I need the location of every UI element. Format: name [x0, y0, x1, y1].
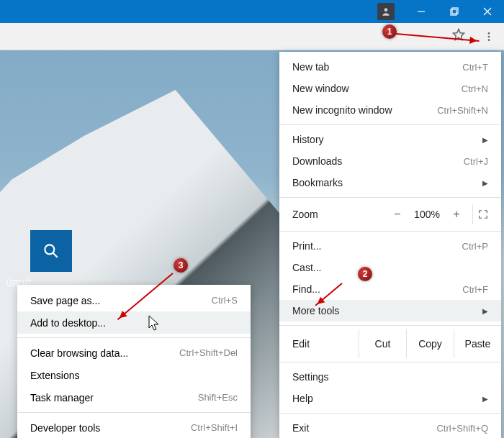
- zoom-out-button[interactable]: −: [386, 208, 409, 221]
- submenu-item-task-manager[interactable]: Task managerShift+Esc: [17, 386, 251, 409]
- annotation-3: 3: [174, 258, 188, 273]
- menu-item-find[interactable]: Find...Ctrl+F: [279, 278, 501, 300]
- menu-shortcut: Ctrl+F: [462, 284, 488, 295]
- menu-label: History: [292, 134, 324, 145]
- menu-label: Print...: [292, 240, 321, 252]
- fullscreen-button[interactable]: [472, 204, 492, 224]
- menu-item-help[interactable]: Help▶: [279, 388, 501, 409]
- menu-separator: [279, 197, 501, 198]
- menu-item-print[interactable]: Print...Ctrl+P: [279, 235, 501, 257]
- profile-button[interactable]: [377, 3, 395, 20]
- submenu-label: Extensions: [30, 370, 79, 381]
- svg-rect-4: [451, 9, 456, 15]
- menu-shortcut: Ctrl+Shift+N: [437, 105, 488, 116]
- zoom-label: Zoom: [292, 209, 386, 220]
- menu-label: Find...: [292, 283, 320, 295]
- submenu-shortcut: Shift+Esc: [198, 392, 238, 403]
- menu-item-cast[interactable]: Cast...: [279, 257, 501, 278]
- cut-button[interactable]: Cut: [359, 329, 406, 358]
- svg-point-0: [45, 245, 54, 254]
- submenu-item-clear-data[interactable]: Clear browsing data...Ctrl+Shift+Del: [17, 342, 251, 364]
- menu-separator: [279, 325, 501, 326]
- menu-label: Exit: [292, 422, 309, 434]
- menu-separator: [279, 413, 501, 414]
- submenu-label: Add to desktop...: [30, 317, 106, 329]
- maximize-icon: [450, 7, 459, 16]
- chevron-right-icon: ▶: [482, 395, 488, 403]
- submenu-label: Task manager: [30, 392, 94, 403]
- submenu-label: Developer tools: [30, 422, 100, 434]
- menu-label: New window: [292, 83, 349, 94]
- menu-item-settings[interactable]: Settings: [279, 366, 501, 388]
- minimize-icon: [417, 7, 426, 16]
- edit-label: Edit: [279, 338, 359, 350]
- menu-label: Help: [292, 393, 313, 404]
- submenu-label: Save page as...: [30, 295, 100, 306]
- menu-separator: [279, 124, 501, 125]
- submenu-item-add-desktop[interactable]: Add to desktop...: [17, 311, 251, 334]
- zoom-value: 100%: [409, 209, 445, 220]
- search-icon: [42, 242, 60, 260]
- more-vertical-icon: [483, 31, 495, 42]
- svg-point-10: [488, 35, 490, 37]
- zoom-in-button[interactable]: +: [445, 208, 468, 221]
- menu-item-bookmarks[interactable]: Bookmarks▶: [279, 172, 501, 193]
- copy-button[interactable]: Copy: [406, 329, 454, 358]
- menu-label: Cast...: [292, 262, 321, 273]
- paste-button[interactable]: Paste: [454, 329, 501, 358]
- menu-label: Downloads: [292, 155, 342, 167]
- menu-item-edit: Edit Cut Copy Paste: [279, 329, 501, 358]
- close-button[interactable]: [471, 0, 504, 23]
- menu-shortcut: Ctrl+Shift+Q: [436, 423, 488, 434]
- menu-item-new-incognito[interactable]: New incognito windowCtrl+Shift+N: [279, 99, 501, 121]
- menu-shortcut: Ctrl+N: [462, 83, 488, 94]
- menu-separator: [17, 412, 251, 413]
- menu-shortcut: Ctrl+J: [464, 156, 488, 167]
- chevron-right-icon: ▶: [482, 307, 488, 315]
- svg-point-9: [488, 32, 490, 35]
- submenu-item-dev-tools[interactable]: Developer toolsCtrl+Shift+I: [17, 416, 251, 438]
- bookmark-star-button[interactable]: [452, 28, 465, 45]
- annotation-1: 1: [382, 24, 397, 39]
- menu-item-zoom: Zoom − 100% +: [279, 201, 501, 227]
- chevron-right-icon: ▶: [482, 136, 488, 144]
- menu-shortcut: Ctrl+T: [462, 62, 488, 73]
- menu-item-history[interactable]: History▶: [279, 129, 501, 150]
- close-icon: [483, 7, 492, 16]
- svg-point-2: [384, 8, 388, 12]
- submenu-shortcut: Ctrl+Shift+I: [191, 422, 238, 433]
- cursor-icon: [148, 315, 163, 332]
- menu-label: New incognito window: [292, 104, 392, 116]
- menu-item-new-tab[interactable]: New tabCtrl+T: [279, 56, 501, 78]
- submenu-label: Clear browsing data...: [30, 347, 128, 359]
- menu-separator: [279, 362, 501, 362]
- submenu-shortcut: Ctrl+S: [212, 295, 238, 306]
- fullscreen-icon: [478, 209, 488, 219]
- submenu-item-extensions[interactable]: Extensions: [17, 364, 251, 386]
- search-button[interactable]: [30, 230, 72, 272]
- maximize-button[interactable]: [438, 0, 471, 23]
- menu-separator: [279, 231, 501, 232]
- menu-label: Settings: [292, 371, 329, 383]
- menu-item-exit[interactable]: ExitCtrl+Shift+Q: [279, 417, 501, 438]
- chevron-right-icon: ▶: [482, 179, 488, 187]
- main-menu: New tabCtrl+T New windowCtrl+N New incog…: [279, 52, 501, 438]
- menu-separator: [17, 337, 251, 338]
- menu-button[interactable]: [477, 24, 501, 49]
- submenu-shortcut: Ctrl+Shift+Del: [179, 347, 238, 358]
- menu-item-downloads[interactable]: DownloadsCtrl+J: [279, 150, 501, 172]
- menu-label: New tab: [292, 61, 329, 73]
- minimize-button[interactable]: [405, 0, 438, 23]
- menu-label: Bookmarks: [292, 177, 343, 188]
- svg-point-11: [488, 39, 490, 41]
- svg-rect-5: [452, 8, 458, 14]
- menu-item-new-window[interactable]: New windowCtrl+N: [279, 78, 501, 99]
- person-icon: [381, 6, 391, 17]
- submenu-item-save-page[interactable]: Save page as...Ctrl+S: [17, 289, 251, 311]
- svg-line-1: [53, 253, 58, 257]
- window-titlebar: [0, 0, 504, 23]
- more-tools-submenu: Save page as...Ctrl+S Add to desktop... …: [17, 285, 251, 438]
- menu-shortcut: Ctrl+P: [462, 241, 488, 252]
- annotation-2: 2: [358, 267, 372, 281]
